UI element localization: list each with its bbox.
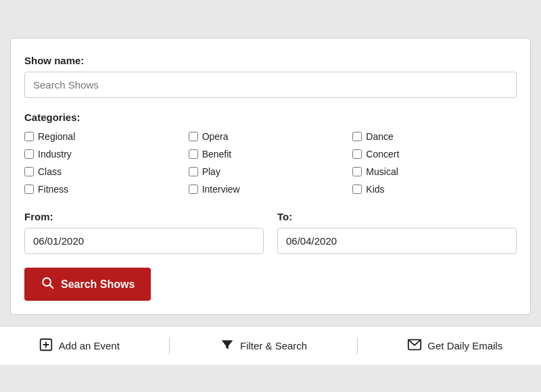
category-musical-label: Musical bbox=[366, 166, 398, 177]
email-icon bbox=[407, 337, 422, 354]
to-group: To: bbox=[277, 211, 517, 254]
svg-line-1 bbox=[50, 285, 53, 289]
from-input[interactable] bbox=[24, 228, 264, 254]
category-concert[interactable]: Concert bbox=[352, 149, 517, 160]
checkbox-musical[interactable] bbox=[352, 167, 362, 176]
checkbox-opera[interactable] bbox=[189, 132, 198, 141]
category-benefit[interactable]: Benefit bbox=[189, 149, 353, 160]
category-play[interactable]: Play bbox=[189, 166, 353, 177]
category-dance-label: Dance bbox=[366, 131, 393, 142]
category-concert-label: Concert bbox=[366, 149, 399, 160]
checkbox-industry[interactable] bbox=[24, 149, 34, 159]
category-opera-label: Opera bbox=[202, 131, 229, 142]
checkbox-class[interactable] bbox=[24, 167, 34, 176]
category-regional-label: Regional bbox=[38, 131, 75, 142]
filter-search-item[interactable]: Filter & Search bbox=[220, 337, 307, 354]
to-label: To: bbox=[277, 211, 517, 222]
category-industry-label: Industry bbox=[38, 149, 72, 160]
categories-grid: Regional Opera Dance Industry Benefit Co… bbox=[24, 131, 517, 195]
to-input[interactable] bbox=[277, 228, 517, 254]
category-opera[interactable]: Opera bbox=[189, 131, 353, 142]
search-shows-label: Search Shows bbox=[61, 278, 135, 291]
search-shows-button[interactable]: Search Shows bbox=[24, 268, 151, 301]
from-group: From: bbox=[24, 211, 264, 254]
category-kids-label: Kids bbox=[366, 184, 384, 195]
main-form-container: Show name: Categories: Regional Opera Da… bbox=[10, 38, 531, 315]
add-event-icon bbox=[39, 337, 53, 354]
category-class[interactable]: Class bbox=[24, 166, 189, 177]
from-label: From: bbox=[24, 211, 264, 222]
add-event-item[interactable]: Add an Event bbox=[39, 337, 120, 354]
checkbox-concert[interactable] bbox=[352, 149, 362, 159]
checkbox-play[interactable] bbox=[189, 167, 198, 176]
category-play-label: Play bbox=[202, 166, 220, 177]
category-musical[interactable]: Musical bbox=[352, 166, 517, 177]
daily-emails-label: Get Daily Emails bbox=[427, 340, 502, 351]
filter-icon bbox=[220, 337, 235, 354]
footer-bar: Add an Event Filter & Search Get Daily E… bbox=[0, 326, 541, 365]
category-dance[interactable]: Dance bbox=[352, 131, 517, 142]
categories-label: Categories: bbox=[24, 112, 517, 123]
footer-divider-2 bbox=[357, 338, 358, 354]
category-regional[interactable]: Regional bbox=[24, 131, 189, 142]
show-name-input[interactable] bbox=[24, 72, 517, 98]
category-kids[interactable]: Kids bbox=[352, 184, 517, 195]
add-event-label: Add an Event bbox=[59, 340, 120, 351]
checkbox-benefit[interactable] bbox=[189, 149, 198, 159]
daily-emails-item[interactable]: Get Daily Emails bbox=[407, 337, 502, 354]
category-benefit-label: Benefit bbox=[202, 149, 232, 160]
category-fitness-label: Fitness bbox=[38, 184, 68, 195]
category-fitness[interactable]: Fitness bbox=[24, 184, 189, 195]
show-name-label: Show name: bbox=[24, 55, 517, 66]
category-class-label: Class bbox=[38, 166, 62, 177]
checkbox-interview[interactable] bbox=[189, 185, 198, 194]
checkbox-dance[interactable] bbox=[352, 132, 362, 141]
footer-divider-1 bbox=[169, 338, 170, 354]
filter-search-label: Filter & Search bbox=[240, 340, 307, 351]
checkbox-regional[interactable] bbox=[24, 132, 34, 141]
category-interview-label: Interview bbox=[202, 184, 240, 195]
search-icon bbox=[41, 276, 54, 293]
date-row: From: To: bbox=[24, 211, 517, 254]
checkbox-fitness[interactable] bbox=[24, 185, 34, 194]
checkbox-kids[interactable] bbox=[352, 185, 362, 194]
category-industry[interactable]: Industry bbox=[24, 149, 189, 160]
category-interview[interactable]: Interview bbox=[189, 184, 353, 195]
